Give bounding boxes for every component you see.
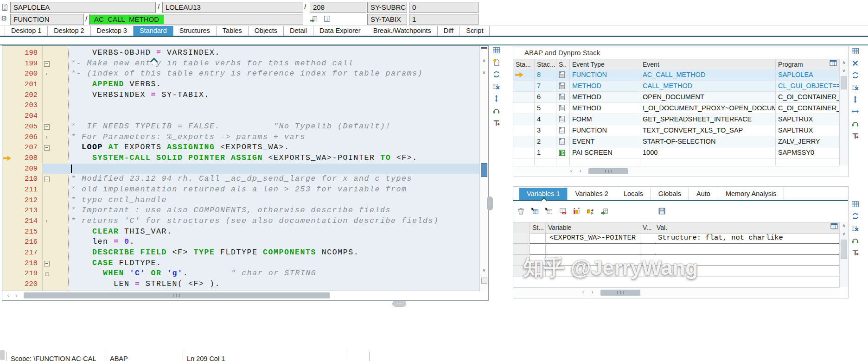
tab-data-explorer[interactable]: Data Explorer (313, 26, 367, 36)
code-line[interactable]: 206* For Parameters: %_exports -> params… (2, 132, 480, 143)
tab-memory-analysis[interactable]: Memory Analysis (718, 188, 785, 200)
event-type-field[interactable]: FUNCTION (10, 14, 84, 25)
code-line[interactable]: 201 APPEND VERBS. (2, 79, 480, 90)
save-icon[interactable] (658, 207, 666, 215)
fold-margin[interactable] (42, 69, 68, 79)
fold-collapse-icon[interactable] (44, 61, 50, 67)
scrollbar-thumb[interactable] (841, 240, 847, 259)
variable-name-cell[interactable] (546, 244, 640, 255)
variable-row[interactable]: <EXPORTS_WA>-POINTERStructure: flat, not… (513, 233, 840, 244)
stack-row[interactable]: 7METHODCALL_METHODCL_GUI_OBJECT== (513, 81, 840, 92)
tab-variables-2[interactable]: Variables 2 (568, 188, 616, 200)
tab-objects[interactable]: Objects (249, 26, 284, 36)
scrollbar-thumb[interactable] (841, 76, 847, 89)
fold-margin[interactable] (42, 111, 68, 121)
editor-horizontal-scrollbar[interactable]: ‹ › (2, 291, 480, 300)
fold-margin[interactable] (42, 121, 68, 132)
variables-horizontal-scrollbar[interactable]: ‹ › (513, 287, 840, 298)
variables-vertical-scrollbar[interactable]: ∧ ∨ (839, 222, 848, 287)
services-icon[interactable] (851, 132, 859, 139)
stack-row[interactable]: 5METHODI_OI_DOCUMENT_PROXY~OPEN_DOCUM..C… (513, 103, 840, 114)
fold-margin[interactable] (42, 205, 68, 216)
sy-subrc-value[interactable]: 0 (409, 2, 479, 13)
split-handle[interactable] (481, 47, 487, 49)
line-number-field[interactable]: 208 (310, 2, 366, 13)
fold-collapse-icon[interactable] (44, 261, 50, 266)
stack-row[interactable]: 3FUNCTIONTEXT_CONVERT_XLS_TO_SAPSAPLTRUX (513, 125, 840, 136)
compare-cols-icon[interactable] (573, 207, 581, 215)
editor-vertical-scrollbar[interactable]: ∧ ∨ ∨ (479, 46, 488, 291)
goto-icon[interactable] (600, 207, 608, 215)
select-table-icon[interactable] (545, 207, 553, 215)
scroll-down-icon[interactable]: ∨ (840, 68, 848, 73)
table-grid-icon[interactable] (851, 200, 859, 208)
fold-margin[interactable] (42, 195, 68, 206)
code-line[interactable]: 216 len = 0. (2, 237, 480, 247)
headphones-icon[interactable] (851, 120, 859, 127)
fold-margin[interactable] (42, 142, 68, 153)
fold-margin[interactable] (42, 164, 68, 174)
code-line[interactable]: 220 LEN = STRLEN( <F> ). (2, 279, 480, 290)
code-line[interactable]: 218 CASE FLDTYPE. (2, 258, 480, 269)
tab-tables[interactable]: Tables (217, 26, 249, 36)
scroll-up-icon[interactable]: ∧ (840, 60, 848, 65)
fold-margin[interactable] (42, 90, 68, 101)
fold-margin[interactable] (42, 48, 68, 58)
headphones-icon[interactable] (492, 107, 500, 114)
fold-collapse-icon[interactable] (44, 124, 50, 130)
code-line[interactable]: 204 (2, 111, 480, 121)
scroll-left-icon[interactable]: ‹ (579, 288, 587, 297)
fold-margin[interactable] (42, 216, 68, 227)
tab-auto[interactable]: Auto (689, 188, 718, 200)
expand-vertical-icon[interactable] (492, 95, 500, 102)
column-header[interactable]: Event (640, 59, 776, 70)
tab-locals[interactable]: Locals (616, 188, 651, 200)
fold-margin[interactable] (42, 268, 68, 279)
fold-margin[interactable] (42, 237, 68, 247)
scroll-down-icon[interactable]: ∨ (840, 231, 848, 236)
stack-row[interactable]: 6METHODOPEN_DOCUMENTC_OI_CONTAINER_ (513, 92, 840, 103)
headphones-icon[interactable] (851, 236, 859, 244)
fold-margin[interactable] (42, 227, 68, 237)
scroll-up-icon[interactable]: ∧ (480, 58, 488, 63)
stack-row[interactable]: 4FORMGET_SPREADSHEET_INTERFACESAPLTRUX (513, 114, 840, 125)
code-line[interactable]: 209 (2, 164, 480, 174)
fold-margin[interactable] (42, 184, 68, 195)
code-line[interactable]: 202 VERBSINDEX = SY-TABIX. (2, 90, 480, 101)
scrollbar-option-icon[interactable] (481, 278, 487, 284)
close-table-icon[interactable] (851, 83, 859, 91)
tab-break-watchpoints[interactable]: Break./Watchpoints (367, 26, 438, 36)
scroll-right-icon[interactable]: › (13, 291, 20, 300)
services-icon[interactable] (851, 248, 859, 256)
tab-diff[interactable]: Diff (438, 26, 460, 36)
column-header[interactable]: Sta... (513, 59, 535, 70)
stack-horizontal-scrollbar[interactable]: ‹ › (513, 166, 840, 177)
tab-desktop-1[interactable]: Desktop 1 (5, 26, 48, 36)
column-header[interactable]: St... (530, 222, 546, 233)
scroll-right-icon[interactable]: › (588, 288, 596, 297)
column-header[interactable]: S.. (556, 59, 570, 70)
fold-margin[interactable] (42, 174, 68, 184)
table-grid-icon[interactable] (851, 47, 859, 55)
column-header[interactable]: Val. (654, 222, 840, 233)
tab-desktop-3[interactable]: Desktop 3 (91, 26, 134, 36)
stack-row[interactable]: 8FUNCTIONAC_CALL_METHODSAPLOLEA (513, 70, 840, 81)
table-grid-icon[interactable] (492, 46, 500, 54)
column-config-icon[interactable] (830, 223, 838, 229)
fold-margin[interactable] (42, 100, 68, 111)
tab-desktop-2[interactable]: Desktop 2 (48, 26, 90, 36)
tab-structures[interactable]: Structures (173, 26, 217, 36)
code-line[interactable]: 214* returns 'C' for structures (see als… (2, 216, 480, 227)
goto-source-icon[interactable] (310, 15, 318, 23)
include-field[interactable]: LOLEAU13 (162, 2, 303, 13)
code-line[interactable]: 210* Modified 23.12 94 rh. Call _ac_dp_s… (2, 174, 480, 184)
code-line[interactable]: 213* Important : use also COMPONENTS, ot… (2, 205, 480, 216)
scroll-up-icon[interactable]: ∧ (840, 223, 848, 228)
tab-globals[interactable]: Globals (651, 188, 689, 200)
fold-margin[interactable] (42, 132, 68, 143)
fold-margin[interactable] (42, 58, 68, 69)
fold-collapse-icon[interactable] (44, 145, 50, 151)
services-icon[interactable] (492, 119, 500, 127)
code-line[interactable]: 207 LOOP AT EXPORTS ASSIGNING <EXPORTS_W… (2, 142, 480, 153)
fold-margin[interactable] (42, 258, 68, 269)
